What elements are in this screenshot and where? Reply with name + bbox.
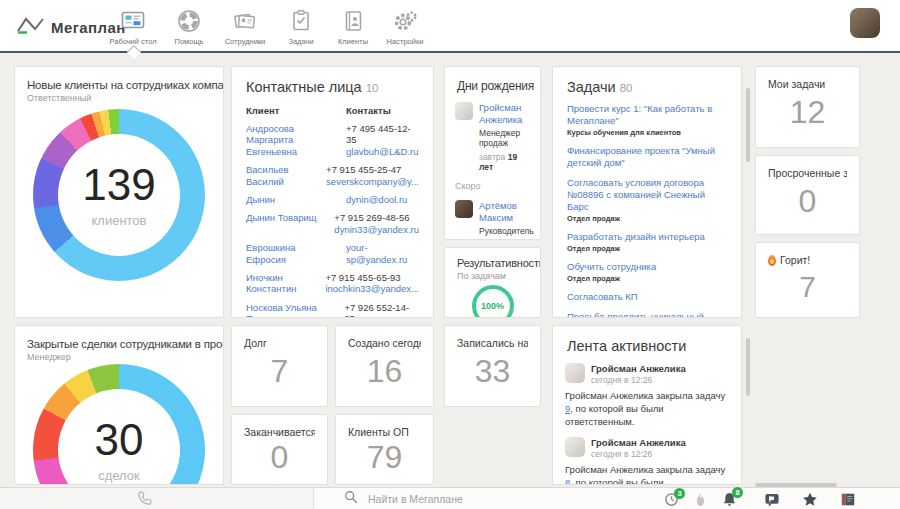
- contact-info: dynin@dool.ru: [346, 194, 419, 205]
- bottom-bar: 38: [0, 487, 900, 509]
- widget-value: 0: [232, 441, 327, 473]
- contact-client-link[interactable]: Иночкин Константин: [246, 272, 325, 295]
- avatar: [455, 102, 473, 120]
- widget-burning-tasks[interactable]: Горит! 7: [755, 242, 860, 318]
- contact-row: Васильев Василий+7 915 455-25-47severskc…: [246, 164, 419, 187]
- clock-icon[interactable]: 3: [664, 492, 679, 507]
- contact-email-link[interactable]: your-sp@yandex.ru: [346, 242, 419, 265]
- chat-icon[interactable]: [764, 492, 780, 507]
- contact-email-link[interactable]: glavbuh@L&D.ru: [346, 146, 419, 157]
- task-link[interactable]: Обучить сотрудника: [567, 261, 727, 273]
- nav-item-tasks[interactable]: Задачи: [275, 7, 327, 46]
- nav-item-clients[interactable]: Клиенты: [327, 7, 379, 46]
- contact-email-link[interactable]: dynin@dool.ru: [346, 194, 419, 205]
- widget-title-text: Горит!: [780, 254, 810, 266]
- book-icon[interactable]: [840, 492, 856, 507]
- widget-title[interactable]: Задачи80: [553, 67, 741, 95]
- tasks-icon: [288, 7, 314, 35]
- donut-center: 139 клиентов: [33, 109, 205, 281]
- tasks-scrollbar[interactable]: [746, 88, 750, 162]
- star-icon[interactable]: [802, 492, 818, 507]
- feed-entry-meta: Гройсман Анжеликасегодня в 12:26: [591, 437, 686, 459]
- widget-title[interactable]: Дни рождения: [445, 67, 540, 93]
- task-link[interactable]: Согласовать КП: [567, 291, 727, 303]
- search-bar: [344, 488, 590, 509]
- nav-item-employees[interactable]: Сотрудники: [215, 7, 275, 46]
- donut-value: 139: [82, 163, 155, 207]
- contact-row: Носкова Ульяна Петровна+7 926 552-14-85n…: [246, 302, 419, 318]
- widget-created-today[interactable]: Создано сегодня 16: [335, 325, 434, 407]
- task-number-link[interactable]: 9: [565, 403, 570, 414]
- contact-email-link[interactable]: dynin33@yandex.ru: [334, 224, 419, 235]
- donut-center: 30 сделок: [33, 364, 205, 485]
- birthday-person-link[interactable]: Гройсман Анжелика: [479, 102, 530, 126]
- contact-row: Иночкин Константин+7 915 455-65-93inochk…: [246, 272, 419, 295]
- task-link[interactable]: Разработать дизайн интерьера: [567, 231, 727, 243]
- birthdays-list: Гройсман АнжеликаМенеджер продажзавтра 1…: [445, 102, 540, 240]
- widget-webinar-signups[interactable]: Записались на ве... 33: [444, 325, 541, 407]
- widget-tasks: Задачи80 Провести курс 1: "Как работать …: [552, 66, 742, 318]
- widget-title: Заканчивается до...: [244, 426, 315, 438]
- task-link[interactable]: Финансирование проекта "Умный детский до…: [567, 145, 727, 169]
- donut-chart-closed-deals[interactable]: 30 сделок: [33, 364, 205, 485]
- task-number-link[interactable]: 8: [565, 477, 570, 485]
- contact-client-link[interactable]: Дынин Товарищ: [246, 212, 334, 235]
- widget-my-tasks[interactable]: Мои задачи 12: [755, 66, 860, 148]
- widget-title-text: Контактные лица: [246, 79, 362, 95]
- user-avatar[interactable]: [850, 8, 880, 38]
- widget-title[interactable]: Новые клиенты на сотрудниках компани...: [15, 67, 223, 91]
- contact-client-link[interactable]: Дынин: [246, 194, 346, 205]
- feed-author-link[interactable]: Гройсман Анжелика: [591, 363, 686, 374]
- widget-performance[interactable]: Результативность По задачам 100%: [444, 247, 541, 318]
- search-icon: [344, 490, 358, 508]
- flame-icon[interactable]: [694, 491, 707, 507]
- contact-client-link[interactable]: Андросова Маргарита Евгеньевна: [246, 123, 346, 157]
- task-project-tag: Отдел продаж: [567, 244, 727, 253]
- help-icon: [176, 7, 202, 35]
- birthday-info: Артёмов МаксимРуководитель проектов4 мар…: [479, 200, 534, 240]
- widget-ending-contracts[interactable]: Заканчивается до... 0: [231, 414, 328, 485]
- contact-client-link[interactable]: Васильев Василий: [246, 164, 326, 187]
- task-link[interactable]: Согласовать условия договора №08896 с ко…: [567, 177, 727, 213]
- contact-client-link[interactable]: Носкова Ульяна Петровна: [246, 302, 344, 318]
- task-item: Провести курс 1: "Как работать в Мегапла…: [567, 103, 727, 137]
- widget-debt[interactable]: Долг 7: [231, 325, 328, 407]
- contact-phone: +7 915 455-25-47: [326, 164, 419, 175]
- donut-chart-new-clients[interactable]: 139 клиентов: [33, 109, 205, 281]
- nav-item-dashboard[interactable]: Рабочий стол: [103, 7, 163, 46]
- app-window: Мегаплан Рабочий столПомощьСотрудникиЗад…: [0, 0, 900, 509]
- feed-entry-header: Гройсман Анжеликасегодня в 12:26: [565, 437, 729, 459]
- widget-clients-op[interactable]: Клиенты ОП 79: [335, 414, 434, 485]
- search-input[interactable]: [366, 492, 590, 506]
- contact-row: Дынин Товарищ+7 915 269-48-56dynin33@yan…: [246, 212, 419, 235]
- contact-email-link[interactable]: severskcompany@y...: [326, 176, 419, 187]
- task-link[interactable]: Просьба продлить уникальный договор комп…: [567, 311, 727, 318]
- phone-section: [0, 488, 314, 509]
- contact-email-link[interactable]: inochkin33@yandex...: [325, 283, 419, 294]
- contact-info: your-sp@yandex.ru: [346, 242, 419, 265]
- widget-title[interactable]: Закрытые сделки сотрудниками в прошл...: [15, 326, 223, 350]
- widget-value: 12: [756, 96, 859, 128]
- task-project-tag: Курсы обучения для клиентов: [567, 128, 727, 137]
- widget-count: 10: [366, 82, 379, 94]
- widget-title[interactable]: Контактные лица10: [232, 67, 433, 95]
- phone-icon[interactable]: [136, 490, 153, 509]
- contact-client-link[interactable]: Еврошкина Ефросия: [246, 242, 346, 265]
- widget-overdue-tasks[interactable]: Просроченные за... 0: [755, 155, 860, 235]
- notification-badge: 3: [674, 488, 685, 499]
- widget-title[interactable]: Лента активности: [553, 326, 741, 354]
- nav-item-settings[interactable]: Настройки: [379, 7, 431, 46]
- birthday-person-link[interactable]: Артёмов Максим: [479, 200, 534, 224]
- nav-item-label: Задачи: [288, 37, 313, 46]
- task-project-tag: Отдел продаж: [567, 274, 727, 283]
- feed-scrollbar[interactable]: [746, 338, 750, 396]
- task-link[interactable]: Провести курс 1: "Как работать в Мегапла…: [567, 103, 727, 127]
- nav-item-help[interactable]: Помощь: [163, 7, 215, 46]
- contact-row: Дынинdynin@dool.ru: [246, 194, 419, 205]
- performance-ring: 100%: [472, 285, 514, 318]
- task-item: Финансирование проекта "Умный детский до…: [567, 145, 727, 169]
- widget-value: 16: [336, 355, 433, 387]
- contact-info: +7 915 455-25-47severskcompany@y...: [326, 164, 419, 187]
- feed-author-link[interactable]: Гройсман Анжелика: [591, 437, 686, 448]
- bell-icon[interactable]: 8: [722, 491, 737, 507]
